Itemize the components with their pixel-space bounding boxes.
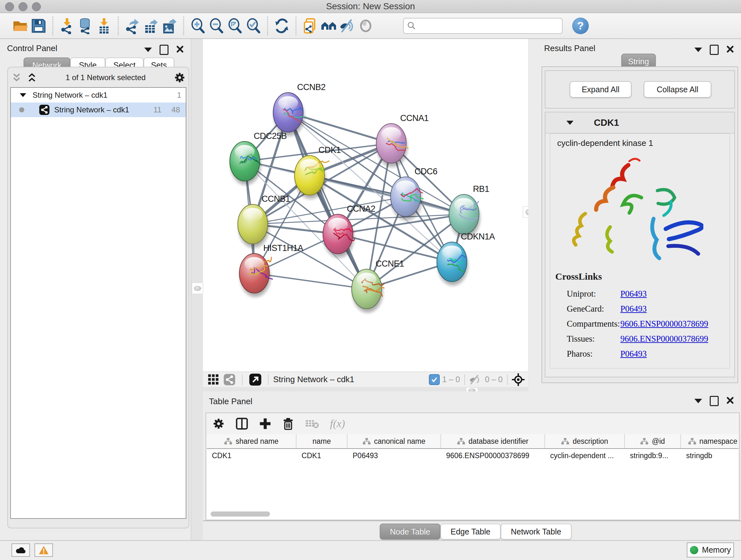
panel-menu-icon[interactable] <box>694 48 702 52</box>
table-cell[interactable]: CDK1 <box>296 451 347 460</box>
table-cell[interactable]: cyclin-dependent ... <box>545 451 625 460</box>
crosslink-link[interactable]: P06493 <box>620 289 647 299</box>
crosslink-label: GeneCard: <box>567 304 619 314</box>
float-panel-icon[interactable] <box>710 45 719 55</box>
network-status-dot <box>19 107 24 112</box>
collapse-arrow-icon[interactable] <box>566 121 574 125</box>
network-label: String Network – cdk1 <box>54 105 129 114</box>
expand-all-button[interactable]: Expand All <box>569 81 631 98</box>
close-panel-icon[interactable] <box>176 45 184 54</box>
column-type-icon <box>362 437 371 445</box>
close-panel-icon[interactable] <box>726 45 734 54</box>
grey-ball-icon[interactable] <box>356 17 375 35</box>
table-panel-title: Table Panel <box>209 396 253 407</box>
table-row[interactable]: CDK1CDK1P064939606.ENSP00000378699cyclin… <box>207 449 738 462</box>
crosslink-link[interactable]: P06493 <box>620 304 647 314</box>
column-header-@id[interactable]: @id <box>625 434 681 448</box>
table-cell[interactable]: stringdb:9... <box>625 451 681 460</box>
maximize-window-icon[interactable] <box>32 2 41 11</box>
save-session-icon[interactable] <box>29 17 48 35</box>
crosslink-row: Pharos:P06493 <box>550 347 730 361</box>
open-session-icon[interactable] <box>11 17 29 35</box>
detach-view-icon[interactable] <box>249 373 262 386</box>
warnings-button[interactable] <box>35 543 53 557</box>
column-header-name[interactable]: name <box>296 434 347 448</box>
column-header-database-identifier[interactable]: database identifier <box>441 434 545 448</box>
add-column-icon[interactable] <box>259 418 271 430</box>
minimize-window-icon[interactable] <box>18 2 27 11</box>
network-view-mode-icon[interactable] <box>223 374 235 386</box>
close-panel-icon[interactable] <box>726 396 734 406</box>
zoom-out-icon[interactable] <box>207 17 226 35</box>
column-header-description[interactable]: description <box>545 434 625 448</box>
protein-structure-image <box>563 153 703 268</box>
column-type-icon <box>224 437 232 445</box>
collection-label: String Network – cdk1 <box>32 91 108 100</box>
birdseye-target-icon[interactable] <box>512 373 525 386</box>
selected-checkbox-icon[interactable] <box>429 374 440 385</box>
clone-network-icon[interactable] <box>301 17 320 35</box>
network-row-selected[interactable]: String Network – cdk1 11 48 <box>11 103 186 117</box>
delete-column-icon[interactable] <box>282 417 294 430</box>
crosslink-row: GeneCard:P06493 <box>550 301 730 316</box>
zoom-fit-icon[interactable] <box>226 17 244 35</box>
zoom-in-icon[interactable] <box>189 17 207 35</box>
column-header-canonical-name[interactable]: canonical name <box>347 434 441 448</box>
table-cell[interactable]: CDK1 <box>207 451 296 460</box>
column-type-icon <box>457 437 465 445</box>
gene-card-header[interactable]: CDK1 <box>545 112 734 133</box>
crosslink-link[interactable]: P06493 <box>620 349 647 359</box>
hide-selected-eye-icon[interactable] <box>338 17 356 35</box>
node-label: CDK1 <box>319 145 341 155</box>
grid-view-icon[interactable] <box>207 374 219 386</box>
gear-icon[interactable] <box>174 72 185 83</box>
float-panel-icon[interactable] <box>159 45 169 55</box>
tab-node-table[interactable]: Node Table <box>380 523 441 540</box>
collapse-arrow-icon[interactable] <box>20 93 26 97</box>
toolbar-separator <box>267 17 268 35</box>
current-network-name: String Network – cdk1 <box>273 374 354 384</box>
results-panel: Results Panel String Expand All Collapse… <box>529 39 741 391</box>
table-cell[interactable]: stringdb <box>681 451 738 460</box>
panel-menu-icon[interactable] <box>144 48 152 52</box>
column-header-shared-name[interactable]: shared name <box>207 434 296 448</box>
network-canvas[interactable]: CCNB2CCNA1CDC25BCDK1CDC6RB1CCNB1CCNA2CDK… <box>203 39 528 372</box>
show-columns-icon[interactable] <box>235 417 248 430</box>
vertical-splitter-grip[interactable] <box>192 283 203 294</box>
crosslink-link[interactable]: 9606.ENSP00000378699 <box>620 319 708 329</box>
status-bar: Memory <box>0 540 741 560</box>
table-gear-icon[interactable] <box>212 418 225 430</box>
tab-network-table[interactable]: Network Table <box>501 523 571 540</box>
show-all-networks-icon[interactable] <box>320 17 338 35</box>
cloud-button[interactable] <box>11 543 30 557</box>
expand-all-icon[interactable] <box>26 73 37 82</box>
export-image-icon[interactable] <box>160 17 179 35</box>
collapse-all-button[interactable]: Collapse All <box>644 81 711 98</box>
export-network-icon[interactable] <box>123 17 142 35</box>
tab-edge-table[interactable]: Edge Table <box>441 523 501 540</box>
help-icon[interactable]: ? <box>572 17 589 34</box>
network-collection-row[interactable]: String Network – cdk1 1 <box>11 88 186 103</box>
export-table-icon[interactable] <box>142 17 160 35</box>
crosslink-link[interactable]: 9606.ENSP00000378699 <box>620 334 708 344</box>
table-cell[interactable]: P06493 <box>347 451 441 460</box>
panel-menu-icon[interactable] <box>694 399 702 403</box>
network-view-toolbar: String Network – cdk1 1 – 0 0 – 0 <box>203 372 528 387</box>
node-label: CCNB1 <box>262 194 290 204</box>
table-cell[interactable]: 9606.ENSP00000378699 <box>441 451 545 460</box>
import-network-file-icon[interactable] <box>58 17 76 35</box>
memory-button[interactable]: Memory <box>687 543 734 557</box>
import-network-database-icon[interactable] <box>76 17 95 35</box>
import-table-file-icon[interactable] <box>95 17 113 35</box>
search-input[interactable] <box>416 21 559 30</box>
horizontal-scrollbar[interactable] <box>211 511 270 516</box>
gene-name: CDK1 <box>594 118 619 128</box>
collapse-all-icon[interactable] <box>11 73 22 82</box>
toolbar-separator <box>118 17 119 35</box>
column-header-namespace[interactable]: namespace <box>681 434 738 448</box>
refresh-icon[interactable] <box>273 17 291 35</box>
zoom-selected-icon[interactable] <box>244 17 263 35</box>
node-count: 11 <box>153 105 161 114</box>
close-window-icon[interactable] <box>5 2 14 11</box>
float-panel-icon[interactable] <box>710 396 719 406</box>
